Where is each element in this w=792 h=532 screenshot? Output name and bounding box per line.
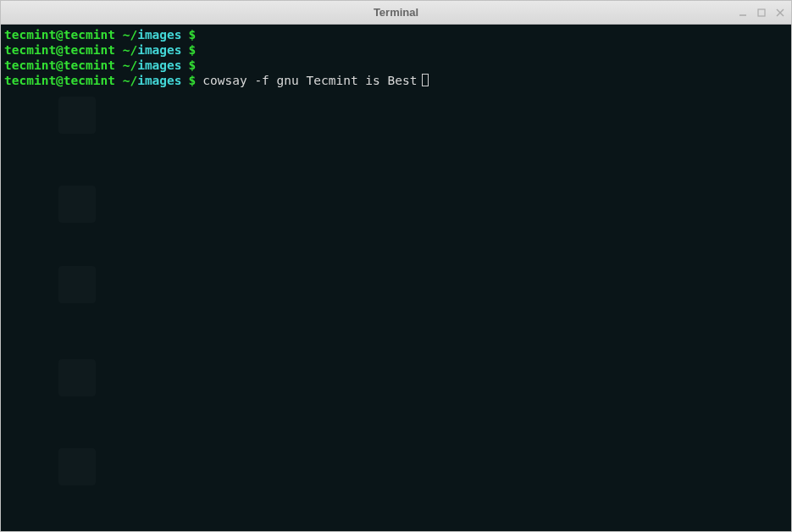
prompt-host: tecmint [64,42,115,58]
window-title: Terminal [374,6,418,19]
prompt-line: tecmint@tecmint ~/images$ [4,27,788,42]
desktop-ghost [35,448,119,490]
prompt-slash: / [130,27,137,42]
prompt-tilde: ~ [115,58,130,73]
prompt-slash: / [130,58,137,73]
prompt-tilde: ~ [115,27,130,42]
command-text: cowsay -f gnu Tecmint is Best [202,73,417,88]
prompt-dir: images [137,58,181,73]
prompt-dir: images [137,27,181,42]
prompt-line: tecmint@tecmint ~/images$ [4,58,788,73]
prompt-at: @ [56,73,64,88]
maximize-button[interactable] [756,7,767,19]
prompt-slash: / [130,42,137,58]
prompt-slash: / [130,73,137,88]
prompt-at: @ [56,42,64,58]
terminal-window: Terminal tecmint@tecmint ~/images$ tecmi… [0,0,792,532]
prompt-host: tecmint [64,27,115,42]
prompt-user: tecmint [4,27,56,42]
minimize-button[interactable] [737,7,749,19]
prompt-line: tecmint@tecmint ~/images$ [4,42,788,58]
prompt-dollar: $ [189,58,197,73]
desktop-ghost [35,359,119,402]
svg-rect-1 [758,9,765,16]
prompt-user: tecmint [4,58,56,73]
titlebar[interactable]: Terminal [1,1,791,25]
prompt-host: tecmint [64,58,115,73]
prompt-user: tecmint [4,42,56,58]
prompt-user: tecmint [4,73,56,88]
prompt-tilde: ~ [115,42,130,58]
prompt-dollar: $ [189,27,197,42]
cursor-icon [422,74,429,86]
close-button[interactable] [774,7,786,19]
desktop-ghost [35,97,119,139]
prompt-at: @ [56,58,64,73]
prompt-tilde: ~ [115,73,130,88]
prompt-host: tecmint [64,73,115,88]
prompt-dir: images [137,73,181,88]
window-controls [737,1,786,25]
prompt-dir: images [137,42,181,58]
desktop-ghost [35,266,119,308]
prompt-dollar: $ [189,42,197,58]
desktop-ghost [35,186,119,228]
terminal-body[interactable]: tecmint@tecmint ~/images$ tecmint@tecmin… [1,25,791,531]
prompt-line-with-command: tecmint@tecmint ~/images$cowsay -f gnu T… [4,73,788,88]
prompt-at: @ [56,27,64,42]
prompt-dollar: $ [189,73,197,88]
